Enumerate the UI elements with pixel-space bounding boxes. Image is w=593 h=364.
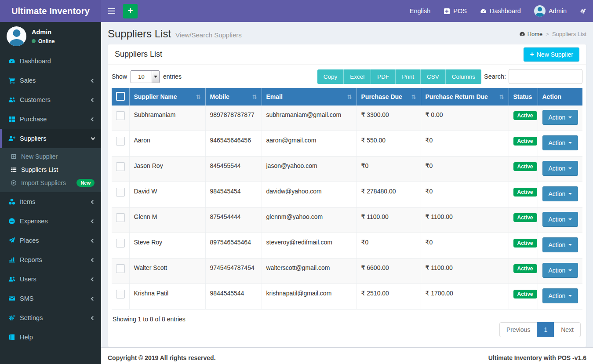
page-length-value: 10: [131, 71, 152, 83]
nav-dashboard[interactable]: Dashboard: [473, 0, 528, 22]
export-excel-button[interactable]: Excel: [344, 69, 371, 84]
search-input[interactable]: [509, 69, 582, 84]
sidebar-item-new-supplier[interactable]: New Supplier: [0, 150, 101, 163]
panel-title: Suppliers List: [115, 50, 162, 59]
action-button-label: Action: [549, 165, 566, 172]
cell-action: Action: [538, 157, 582, 182]
column-label: Mobile: [210, 93, 229, 100]
sidebar-item-reports[interactable]: Reports: [0, 250, 101, 269]
row-action-button[interactable]: Action: [542, 135, 578, 150]
row-checkbox[interactable]: [116, 162, 125, 171]
column-header-email[interactable]: Email⇅: [262, 88, 357, 106]
column-header-purchase_return_due[interactable]: Purchase Return Due⇅: [421, 88, 509, 106]
cell-mobile: 946545646456: [205, 131, 262, 157]
user-avatar[interactable]: [7, 26, 26, 46]
column-header-action: Action: [538, 88, 582, 106]
table-body: Subhramaniam9897878787877subhramaniam@gm…: [112, 106, 582, 309]
export-pdf-button[interactable]: PDF: [371, 69, 396, 84]
table-row: Glenn M875454444glennm@yahoo.com₹ 1100.0…: [112, 207, 582, 233]
sidebar-item-customers[interactable]: Customers: [0, 90, 101, 109]
export-print-button[interactable]: Print: [396, 69, 421, 84]
row-action-button[interactable]: Action: [542, 186, 578, 201]
row-action-button[interactable]: Action: [542, 288, 578, 303]
minus-circle-icon: [8, 218, 15, 225]
row-checkbox[interactable]: [116, 290, 125, 298]
show-label: Show: [112, 73, 127, 80]
row-checkbox[interactable]: [116, 111, 125, 120]
table-toolbar: Show 10 entries CopyExcelPDFPrintCSVColu…: [108, 65, 586, 88]
nav-user-menu[interactable]: Admin: [528, 0, 573, 22]
export-copy-button[interactable]: Copy: [317, 69, 344, 84]
sidebar-item-label: Help: [20, 334, 95, 341]
sidebar-item-suppliers-list[interactable]: Suppliers List: [0, 163, 101, 176]
row-action-button[interactable]: Action: [542, 237, 578, 252]
sidebar-item-places[interactable]: Places: [0, 231, 101, 250]
chevron-left-icon: [91, 277, 95, 281]
hamburger-icon: [108, 8, 115, 9]
row-checkbox[interactable]: [116, 239, 125, 248]
sidebar-item-help[interactable]: Help: [0, 328, 101, 347]
list-icon: [11, 167, 17, 173]
sidebar-toggle-button[interactable]: [101, 0, 122, 22]
sidebar-item-dashboard[interactable]: Dashboard: [0, 51, 101, 71]
sidebar-item-import-suppliers[interactable]: Import SuppliersNew: [0, 176, 101, 189]
chevron-left-icon: [91, 117, 95, 121]
row-checkbox[interactable]: [116, 188, 125, 197]
row-checkbox[interactable]: [116, 213, 125, 222]
sidebar-user-panel: Admin Online: [0, 22, 101, 51]
row-checkbox[interactable]: [116, 137, 125, 146]
cell-name: Jason Roy: [129, 157, 205, 182]
cell-status: Active: [509, 106, 538, 131]
pagination-page-1[interactable]: 1: [537, 322, 554, 337]
quick-add-button[interactable]: +: [123, 4, 138, 18]
sidebar-item-sales[interactable]: Sales: [0, 71, 101, 90]
cell-purchase_return_due: ₹0: [421, 233, 509, 258]
page-length-select[interactable]: 10: [131, 70, 160, 83]
row-checkbox[interactable]: [116, 264, 125, 273]
select-all-checkbox[interactable]: [116, 92, 125, 101]
cogs-icon: [8, 314, 15, 321]
sidebar-item-sms[interactable]: SMS: [0, 289, 101, 308]
sort-icon: ⇅: [411, 94, 416, 100]
chevron-left-icon: [91, 258, 95, 262]
column-header-purchase_due[interactable]: Purchase Due⇅: [357, 88, 421, 106]
row-action-button[interactable]: Action: [542, 212, 578, 227]
row-action-button[interactable]: Action: [542, 161, 578, 176]
new-supplier-button[interactable]: + New Supplier: [524, 47, 579, 62]
sidebar-item-purchase[interactable]: Purchase: [0, 109, 101, 129]
export-csv-button[interactable]: CSV: [421, 69, 446, 84]
sidebar-item-users[interactable]: Users: [0, 269, 101, 289]
sidebar-item-items[interactable]: Items: [0, 192, 101, 211]
action-button-label: Action: [549, 114, 566, 121]
sidebar-item-settings[interactable]: Settings: [0, 308, 101, 328]
page-length-control: Show 10 entries: [112, 70, 182, 83]
breadcrumb-home-link[interactable]: Home: [528, 31, 543, 37]
users-icon: [8, 276, 15, 283]
cell-purchase_return_due: ₹ 1700.00: [421, 284, 509, 309]
sidebar-item-suppliers[interactable]: Suppliers: [0, 129, 101, 148]
app-logo[interactable]: Ultimate Inventory: [0, 0, 101, 22]
nav-user-label: Admin: [549, 7, 567, 15]
cell-action: Action: [538, 258, 582, 284]
export-columns-button[interactable]: Columns: [446, 69, 481, 84]
caret-down-icon: [568, 167, 572, 169]
cell-action: Action: [538, 106, 582, 131]
nav-settings[interactable]: [573, 0, 593, 22]
column-header-mobile[interactable]: Mobile⇅: [205, 88, 262, 106]
row-select-cell: [112, 157, 129, 182]
nav-pos[interactable]: POS: [437, 0, 473, 22]
sidebar-item-expenses[interactable]: Expenses: [0, 211, 101, 231]
cell-email: steveroy@redifmail.com: [262, 233, 357, 258]
nav-language[interactable]: English: [403, 0, 437, 22]
column-header-name[interactable]: Supplier Name⇅: [129, 88, 205, 106]
cell-status: Active: [509, 131, 538, 157]
pagination-previous[interactable]: Previous: [499, 322, 537, 337]
pagination-next[interactable]: Next: [554, 322, 581, 337]
footer-copyright: Copyright © 2019 All rights reserved.: [108, 354, 216, 361]
cell-mobile: 9844545544: [205, 284, 262, 309]
row-action-button[interactable]: Action: [542, 263, 578, 278]
footer-version: Ultimate Inventory with POS -v1.6: [488, 354, 586, 361]
row-action-button[interactable]: Action: [542, 110, 578, 125]
cell-name: Glenn M: [129, 207, 205, 233]
nav-dashboard-label: Dashboard: [490, 7, 521, 15]
